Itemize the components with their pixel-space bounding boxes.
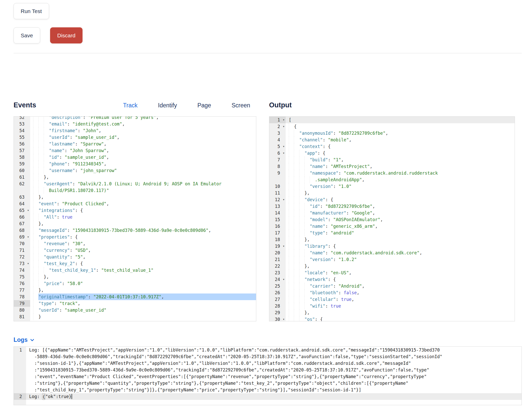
line-number[interactable]: 64 (14, 200, 30, 207)
line-number[interactable]: 59 (14, 161, 30, 167)
line-number[interactable] (269, 176, 286, 183)
events-code-line[interactable]: 67}, (14, 220, 256, 227)
line-number[interactable] (14, 353, 26, 360)
output-code-line[interactable]: 21"version": "1.0.2" (269, 256, 515, 263)
line-number[interactable]: 76 (14, 280, 30, 287)
line-number[interactable]: 81 (14, 313, 30, 320)
line-number[interactable]: 62 (14, 180, 30, 187)
log-line[interactable]: -5889-436d-9a9e-0c0e0c809d06","trackingI… (14, 353, 522, 360)
run-test-button[interactable]: Run Test (14, 3, 49, 19)
output-code-line[interactable]: 19▾"library": { (269, 243, 515, 250)
line-number[interactable]: 25 (269, 283, 286, 289)
line-number[interactable]: 55 (14, 134, 30, 141)
line-number[interactable]: 82 (14, 320, 30, 321)
line-number[interactable]: 10 (269, 183, 286, 190)
events-code-line[interactable]: 71"currency": "USD", (14, 247, 256, 254)
line-number[interactable] (14, 387, 26, 393)
events-code-line[interactable]: 70"revenue": "30", (14, 240, 256, 247)
line-number[interactable]: 9 (269, 170, 286, 176)
line-number[interactable]: 16 (269, 223, 286, 230)
line-number[interactable]: 8 (269, 163, 286, 170)
line-number[interactable]: 67 (14, 220, 30, 227)
line-number[interactable]: 53 (14, 121, 30, 127)
output-code-line[interactable]: 27"cellular": true, (269, 296, 515, 303)
output-code-line[interactable]: 1▾[ (269, 117, 515, 123)
fold-arrow-icon[interactable]: ▾ (27, 207, 29, 214)
line-number[interactable]: 21 (269, 256, 286, 263)
output-code-line[interactable]: 12▾"device": { (269, 196, 515, 203)
events-code-line[interactable]: 58"id": "sample_user_id", (14, 154, 256, 161)
fold-arrow-icon[interactable]: ▾ (283, 243, 285, 250)
output-code-line[interactable]: 22}, (269, 263, 515, 269)
output-code-line[interactable]: 25"carrier": "Android", (269, 283, 515, 289)
fold-arrow-icon[interactable]: ▾ (27, 234, 29, 240)
events-code-line[interactable]: 76"price": "58.0" (14, 280, 256, 287)
line-number[interactable]: 57 (14, 147, 30, 154)
line-number[interactable]: 65▾ (14, 207, 30, 214)
events-code-line[interactable]: 74"test_child_key_1": "test_child_value_… (14, 267, 256, 274)
line-number[interactable]: 2 (14, 393, 26, 400)
line-number[interactable]: 60 (14, 167, 30, 174)
output-code-line[interactable]: 29}, (269, 309, 515, 316)
line-number[interactable]: 11 (269, 190, 286, 196)
line-number[interactable]: 58 (14, 154, 30, 161)
output-code-line[interactable]: 26"bluetooth": false, (269, 289, 515, 296)
events-code-line[interactable]: 59"phone": "9112340345", (14, 161, 256, 167)
logs-editor[interactable]: 1Log: [{"appName":"AMTestProject","appVe… (14, 346, 522, 405)
output-code-line[interactable]: 24▾"network": { (269, 276, 515, 283)
output-json-editor[interactable]: 1▾[2▾{3"anonymousId": "8d872292709c6fbe"… (269, 116, 515, 321)
output-code-line[interactable]: 18}, (269, 236, 515, 243)
line-number[interactable]: 20 (269, 250, 286, 256)
line-number[interactable]: 19▾ (269, 243, 286, 250)
line-number[interactable]: 56 (14, 141, 30, 147)
line-number[interactable] (14, 187, 30, 194)
line-number[interactable]: 23 (269, 269, 286, 276)
events-code-line[interactable]: 65▾"integrations": { (14, 207, 256, 214)
discard-button[interactable]: Discard (50, 27, 83, 43)
line-number[interactable]: 66 (14, 214, 30, 220)
fold-arrow-icon[interactable]: ▾ (283, 150, 285, 156)
fold-arrow-icon[interactable]: ▾ (283, 196, 285, 203)
output-code-line[interactable]: 4"channel": "mobile", (269, 137, 515, 143)
events-code-line[interactable]: 73▾"test_key_2": { (14, 260, 256, 267)
line-number[interactable]: 1▾ (269, 117, 286, 123)
events-code-line[interactable]: 63}, (14, 194, 256, 200)
output-code-line[interactable]: 16"name": "generic_x86_arm", (269, 223, 515, 230)
line-number[interactable]: 28 (269, 303, 286, 309)
line-number[interactable]: 78 (14, 293, 30, 300)
log-line[interactable]: :"string"},{"propertyName":"quantity","p… (14, 380, 522, 387)
line-number[interactable]: 1 (14, 347, 26, 353)
fold-arrow-icon[interactable]: ▾ (283, 117, 285, 123)
line-number[interactable]: 79 (14, 300, 30, 307)
events-code-line[interactable]: 64"event": "Product Clicked", (14, 200, 256, 207)
output-code-line[interactable]: 13"id": "8d872292709c6fbe", (269, 203, 515, 210)
events-code-line[interactable]: 69▾"properties": { (14, 234, 256, 240)
line-number[interactable]: 17 (269, 230, 286, 236)
line-number[interactable]: 70 (14, 240, 30, 247)
tab-screen[interactable]: Screen (232, 102, 250, 109)
line-number[interactable]: 14 (269, 210, 286, 216)
events-code-line[interactable]: 57"name": "John Sparrow", (14, 147, 256, 154)
line-number[interactable]: 68 (14, 227, 30, 234)
events-code-line[interactable]: 77}, (14, 287, 256, 293)
fold-arrow-icon[interactable]: ▾ (283, 143, 285, 150)
events-code-line[interactable]: 75}, (14, 274, 256, 280)
output-code-line[interactable]: 15"model": "AOSPonIAEmulator", (269, 216, 515, 223)
events-code-line[interactable]: 52"description": "Premium user for 5 yea… (14, 116, 256, 121)
line-number[interactable]: 12▾ (269, 196, 286, 203)
line-number[interactable]: 18 (269, 236, 286, 243)
output-code-line[interactable]: .sampleAndroidApp", (269, 176, 515, 183)
line-number[interactable]: 2▾ (269, 123, 286, 130)
tab-identify[interactable]: Identify (158, 102, 177, 109)
log-line[interactable]: :"session-id-1"},{"appName":"AMTestProje… (14, 360, 522, 367)
line-number[interactable]: 26 (269, 289, 286, 296)
output-code-line[interactable]: 2▾{ (269, 123, 515, 130)
line-number[interactable] (14, 367, 26, 373)
output-code-line[interactable]: 7"build": "1", (269, 156, 515, 163)
output-code-line[interactable]: 6▾"app": { (269, 150, 515, 156)
output-code-line[interactable]: 10"version": "1.0" (269, 183, 515, 190)
line-number[interactable] (14, 373, 26, 380)
line-number[interactable]: 15 (269, 216, 286, 223)
line-number[interactable]: 77 (14, 287, 30, 293)
output-code-line[interactable]: 8"name": "AMTestProject", (269, 163, 515, 170)
